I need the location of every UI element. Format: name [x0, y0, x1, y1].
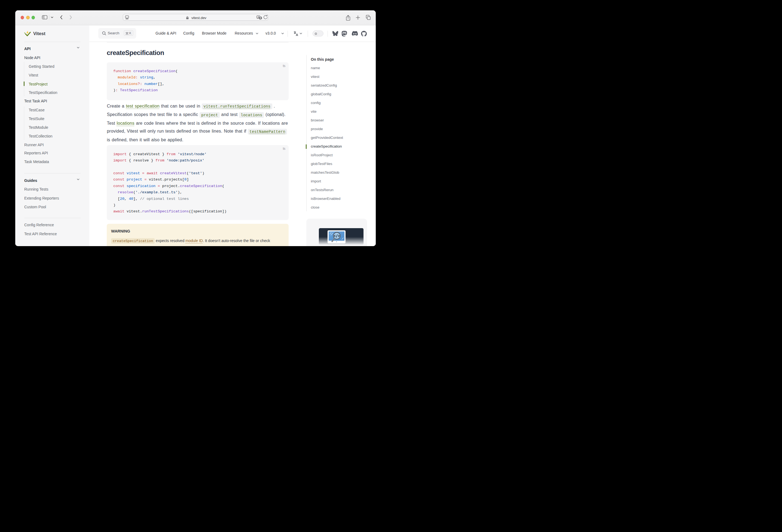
svg-text:A: A	[257, 16, 259, 19]
